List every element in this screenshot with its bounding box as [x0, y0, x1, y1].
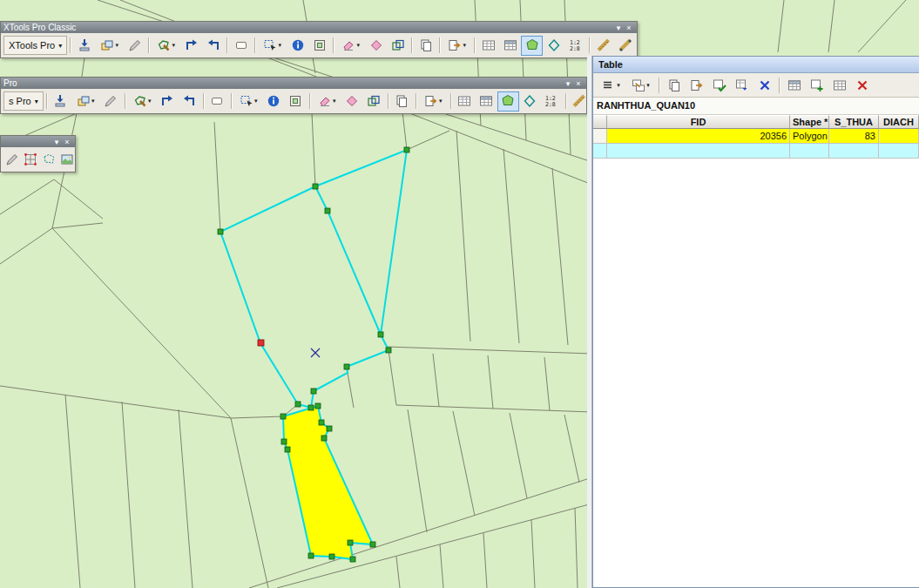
edit-polygon-button[interactable]: ▾ — [152, 36, 180, 56]
mini-toolbar-title-bar[interactable]: ▾ × — [1, 136, 75, 147]
identify-icon[interactable] — [287, 36, 308, 56]
attribute-table-styled-icon[interactable] — [476, 91, 497, 112]
select-features-button[interactable]: ▾ — [258, 36, 287, 56]
table-toolbar: ▾ ▾ — [593, 73, 919, 98]
column-header-fid[interactable]: FID — [607, 115, 790, 129]
cell-sthua[interactable]: 83 — [829, 129, 879, 144]
close-icon[interactable]: × — [62, 137, 72, 147]
sketch-pencil-icon[interactable] — [3, 150, 21, 170]
toolbar-separator — [309, 93, 310, 109]
edit-sketch-icon[interactable] — [124, 36, 145, 56]
cell-shape[interactable] — [790, 144, 829, 159]
row-selector[interactable] — [593, 129, 607, 144]
merge-shapes-icon[interactable] — [387, 36, 409, 56]
find-replace-button[interactable] — [708, 75, 730, 96]
adjust-grid-icon[interactable] — [21, 150, 39, 170]
coordinate-readout-icon[interactable] — [564, 36, 586, 56]
xtools-docked-title-bar[interactable]: Pro ▾ × — [1, 78, 586, 89]
trace-backward-icon[interactable] — [202, 36, 224, 56]
label-tag-icon[interactable] — [230, 36, 252, 56]
row-selector[interactable] — [593, 144, 607, 159]
xtools-docked-toolbar-window: Pro ▾ × s Pro ▾ ▾ ▾ ▾ ▾ ▾ — [0, 77, 587, 114]
edit-polygon-button[interactable]: ▾ — [128, 91, 157, 112]
window-title: XTools Pro Classic — [3, 22, 613, 33]
extent-frame-icon[interactable] — [308, 36, 330, 56]
column-header-shape[interactable]: Shape * — [790, 115, 829, 129]
extent-frame-icon[interactable] — [285, 91, 307, 112]
attribute-table-icon[interactable] — [477, 36, 499, 56]
raster-image-icon[interactable] — [57, 150, 75, 170]
cell-fid[interactable] — [607, 144, 790, 159]
erase-shape-icon[interactable] — [341, 91, 363, 112]
add-rows-button[interactable] — [806, 75, 828, 96]
toolbar-separator — [565, 93, 566, 109]
related-tables-button[interactable]: ▾ — [626, 75, 655, 96]
copy-features-button[interactable]: ▾ — [95, 36, 124, 56]
table-panel-title-bar[interactable]: Table — [593, 57, 919, 73]
export-data-button[interactable]: ▾ — [419, 91, 448, 112]
copy-sheet-icon[interactable] — [391, 91, 413, 112]
trace-backward-icon[interactable] — [179, 91, 200, 112]
attribute-table-styled-icon[interactable] — [499, 36, 521, 56]
cell-diach[interactable] — [879, 129, 919, 144]
xtools-pro-menu-button[interactable]: s Pro ▾ — [3, 91, 44, 111]
toolbar-menu-caret-icon[interactable]: ▾ — [563, 78, 573, 89]
menu-label: XTools Pro — [9, 40, 55, 51]
edit-sketch-icon[interactable] — [100, 91, 122, 112]
cell-fid[interactable]: 20356 — [607, 129, 790, 144]
clear-selection-button[interactable] — [753, 75, 775, 96]
identify-icon[interactable] — [263, 91, 285, 112]
measure-icon[interactable] — [569, 91, 586, 112]
toolbar-menu-caret-icon[interactable]: ▾ — [613, 23, 624, 33]
row-selector-header[interactable] — [593, 115, 607, 129]
diamond-tool-icon[interactable] — [543, 36, 564, 56]
dashed-polygon-icon[interactable] — [39, 150, 57, 170]
xtools-pro-menu-button[interactable]: XTools Pro ▾ — [3, 36, 67, 55]
trace-forward-icon[interactable] — [180, 36, 202, 56]
copy-rows-button[interactable] — [663, 75, 685, 96]
coordinate-readout-icon[interactable] — [541, 91, 563, 112]
close-icon[interactable]: × — [624, 23, 634, 33]
label-tag-icon[interactable] — [206, 91, 228, 112]
cell-sthua[interactable] — [829, 144, 879, 159]
diamond-tool-icon[interactable] — [519, 91, 541, 112]
toolbar-separator — [254, 37, 255, 53]
cell-diach[interactable] — [879, 144, 919, 159]
apply-edits-icon[interactable] — [73, 36, 95, 56]
toolbar-menu-caret-icon[interactable]: ▾ — [51, 137, 62, 147]
select-switch-button[interactable] — [731, 75, 753, 96]
merge-shapes-icon[interactable] — [363, 91, 385, 112]
send-mail-icon[interactable] — [636, 36, 637, 56]
toolbar-separator — [589, 37, 590, 53]
apply-edits-icon[interactable] — [50, 91, 71, 112]
table-options-button[interactable]: ▾ — [597, 75, 625, 96]
measure-segments-icon[interactable] — [614, 36, 636, 56]
cell-shape[interactable]: Polygon — [790, 129, 829, 144]
table-row[interactable] — [593, 144, 919, 159]
measure-icon[interactable] — [592, 36, 614, 56]
eraser-button[interactable]: ▾ — [313, 91, 341, 112]
table-export-button[interactable] — [828, 75, 850, 96]
export-data-button[interactable]: ▾ — [443, 36, 471, 56]
column-header-diach[interactable]: DIACH — [879, 115, 919, 129]
xtools-classic-title-bar[interactable]: XTools Pro Classic ▾ × — [1, 22, 637, 33]
active-vertex-handle[interactable] — [258, 340, 264, 346]
attribute-table-icon[interactable] — [454, 91, 476, 112]
toolbar-separator — [439, 37, 440, 53]
close-icon[interactable]: × — [573, 78, 584, 89]
zoom-to-selected-button[interactable] — [783, 75, 805, 96]
copy-features-button[interactable]: ▾ — [71, 91, 100, 112]
column-header-sthua[interactable]: S_THUA — [829, 115, 879, 129]
select-features-button[interactable]: ▾ — [234, 91, 263, 112]
select-polygon-tool-icon[interactable] — [497, 91, 519, 112]
erase-shape-icon[interactable] — [365, 36, 387, 56]
trace-forward-icon[interactable] — [157, 91, 179, 112]
select-polygon-tool-icon[interactable] — [521, 36, 543, 56]
table-row[interactable]: 20356 Polygon 83 — [593, 129, 919, 144]
dropdown-caret-icon: ▾ — [91, 98, 95, 105]
eraser-button[interactable]: ▾ — [336, 36, 365, 56]
copy-sheet-icon[interactable] — [415, 36, 436, 56]
paste-rows-button[interactable] — [686, 75, 707, 96]
delete-selected-button[interactable] — [851, 75, 873, 96]
dropdown-caret-icon: ▾ — [254, 98, 258, 105]
